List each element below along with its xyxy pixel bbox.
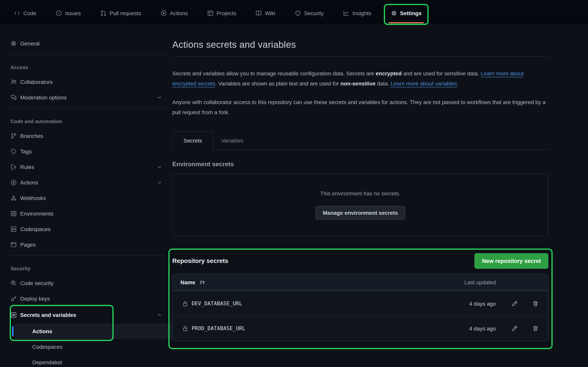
repo-nav-bar: Code Issues Pull requests Actions [0, 0, 588, 25]
nav-tab-label: Insights [353, 10, 372, 16]
name-column-header[interactable]: Name [181, 279, 434, 285]
play-circle-icon [10, 179, 17, 186]
edit-secret-button[interactable] [511, 300, 518, 307]
lock-icon [182, 300, 188, 307]
new-repository-secret-button[interactable]: New repository secret [475, 253, 548, 269]
tab-label: Secrets [183, 137, 202, 144]
sidebar-item-label: Tags [20, 148, 32, 155]
sidebar-item-codespaces[interactable]: Codespaces [10, 221, 165, 237]
sidebar-item-label: Deploy keys [20, 296, 50, 302]
repository-secrets-table: Name Last updated DEV_DATABASE_URL [172, 274, 548, 341]
nav-tab-insights[interactable]: Insights [338, 5, 377, 22]
nav-tab-label: Pull requests [110, 10, 141, 16]
repo-nav-tabs: Code Issues Pull requests Actions [9, 5, 436, 22]
delete-secret-button[interactable] [532, 325, 539, 332]
row-actions [511, 300, 539, 307]
title-divider [172, 56, 548, 57]
sidebar-item-label: Code security [20, 280, 53, 286]
description-text: . Variables are shown as plain text and … [215, 80, 340, 87]
rules-icon [10, 164, 17, 170]
last-updated-value: 4 days ago [434, 300, 496, 307]
sidebar-item-label: Rules [20, 164, 34, 170]
sidebar-item-webhooks[interactable]: Webhooks [10, 190, 165, 206]
sidebar-item-tags[interactable]: Tags [10, 144, 165, 159]
description-bold: encrypted [376, 70, 402, 76]
sidebar-item-collaborators[interactable]: Collaborators [10, 74, 165, 90]
tab-secrets[interactable]: Secrets [172, 131, 213, 150]
code-scan-icon [10, 280, 17, 286]
secrets-variables-tabnav: Secrets Variables [172, 131, 548, 150]
environment-secrets-empty-box: This environment has no secrets. Manage … [172, 174, 548, 236]
github-repo-settings-page: Code Issues Pull requests Actions [0, 0, 588, 367]
sidebar-item-deploy-keys[interactable]: Deploy keys [10, 291, 165, 306]
chevron-down-icon [157, 164, 162, 170]
nav-tab-label: Settings [400, 10, 421, 16]
delete-secret-button[interactable] [532, 300, 539, 307]
sidebar-item-moderation-options[interactable]: Moderation options [10, 90, 165, 105]
nav-tab-code[interactable]: Code [9, 5, 42, 22]
nav-tab-security[interactable]: Security [289, 5, 329, 22]
nav-tab-pull-requests[interactable]: Pull requests [95, 5, 147, 22]
tab-variables[interactable]: Variables [213, 131, 251, 150]
secret-name-cell: PROD_DATABASE_URL [182, 325, 434, 332]
sidebar-item-label: General [20, 40, 40, 47]
repository-secrets-heading: Repository secrets [172, 258, 228, 265]
sidebar-item-pages[interactable]: Pages [10, 237, 165, 252]
sidebar-item-general[interactable]: General [10, 36, 165, 51]
nav-tab-label: Actions [170, 10, 188, 16]
sidebar-subitem-actions[interactable]: Actions [15, 324, 173, 339]
last-updated-column-header: Last updated [434, 279, 496, 285]
sidebar-subitem-codespaces[interactable]: Codespaces [15, 339, 165, 355]
tag-icon [10, 148, 17, 155]
sidebar-subitem-dependabot[interactable]: Dependabot [15, 355, 165, 367]
manage-environment-secrets-button[interactable]: Manage environment secrets [315, 206, 405, 220]
environment-secrets-heading: Environment secrets [172, 161, 548, 168]
nav-tab-label: Code [23, 10, 36, 16]
description-text: Secrets and variables allow you to manag… [172, 70, 376, 76]
nav-tab-label: Projects [216, 10, 236, 16]
nav-tab-label: Issues [65, 10, 81, 16]
settings-main-content: Actions secrets and variables Secrets an… [172, 25, 548, 341]
sidebar-item-actions[interactable]: Actions [10, 175, 165, 190]
people-icon [10, 79, 17, 85]
comment-discussion-icon [10, 94, 17, 100]
play-circle-icon [161, 10, 167, 16]
nav-tab-actions[interactable]: Actions [155, 5, 193, 22]
sidebar-item-code-security[interactable]: Code security [10, 275, 165, 291]
browser-icon [10, 242, 17, 248]
sidebar-item-environments[interactable]: Environments [10, 206, 165, 221]
table-icon [207, 10, 214, 16]
sidebar-section-access: Access [10, 60, 165, 74]
sidebar-item-branches[interactable]: Branches [10, 128, 165, 144]
learn-more-variables-link[interactable]: Learn more about variables [391, 80, 457, 87]
sidebar-divider [10, 108, 165, 109]
nav-tab-projects[interactable]: Projects [202, 5, 242, 22]
sidebar-item-label: Codespaces [32, 344, 63, 350]
lock-icon [182, 325, 188, 332]
edit-secret-button[interactable] [511, 325, 518, 332]
nav-tab-settings[interactable]: Settings [385, 5, 427, 22]
sidebar-item-label: Collaborators [20, 79, 53, 85]
sidebar-item-label: Codespaces [20, 226, 51, 232]
table-header-row: Name Last updated [173, 274, 548, 291]
nav-tab-issues[interactable]: Issues [50, 5, 86, 22]
secret-name-cell: DEV_DATABASE_URL [182, 300, 434, 307]
nav-tab-wiki[interactable]: Wiki [250, 5, 281, 22]
active-item-accent-bar [12, 326, 14, 336]
sidebar-item-label: Webhooks [20, 195, 46, 201]
key-icon [10, 296, 17, 302]
sidebar-item-secrets-and-variables[interactable]: Secrets and variables [10, 306, 165, 324]
sidebar-section-security: Security [10, 261, 165, 275]
secret-name: DEV_DATABASE_URL [192, 300, 242, 306]
server-icon [10, 210, 17, 217]
collaborator-access-paragraph: Anyone with collaborator access to this … [172, 97, 548, 117]
description-text: data. [375, 80, 391, 87]
repository-secrets-section: Repository secrets New repository secret… [172, 253, 548, 341]
sidebar-divider [10, 256, 165, 256]
sidebar-item-rules[interactable]: Rules [10, 159, 165, 175]
last-updated-value: 4 days ago [434, 325, 496, 332]
issue-opened-icon [56, 10, 62, 16]
description-text: and are used for sensitive data. [402, 70, 481, 76]
sidebar-divider [10, 54, 165, 55]
git-branch-icon [10, 133, 17, 139]
